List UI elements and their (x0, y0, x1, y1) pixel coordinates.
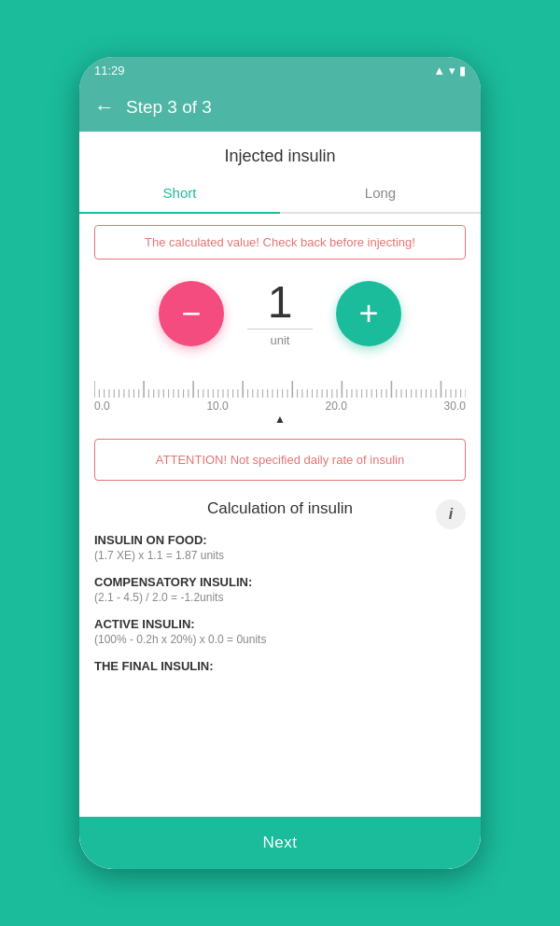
calculation-details: INSULIN ON FOOD: (1.7 XE) x 1.1 = 1.87 u… (79, 533, 481, 694)
slider-section: // Generate tick marks inline via a plac… (79, 357, 481, 429)
page-step-title: Step 3 of 3 (126, 97, 212, 118)
calc-row-active: ACTIVE INSULIN: (100% - 0.2h x 20%) x 0.… (94, 617, 466, 646)
increment-button[interactable]: + (336, 281, 401, 346)
slider-ticks-graphic (94, 377, 466, 398)
calculation-title: Calculation of insulin (94, 499, 466, 518)
slider-ticks-svg: // ticks via SVG lines (94, 357, 466, 377)
info-button[interactable]: i (436, 499, 466, 529)
tick-marks-row: // Generate tick marks inline via a plac… (94, 357, 466, 377)
counter-value-section: 1 unit (243, 280, 317, 347)
slider-visual[interactable]: // Generate tick marks inline via a plac… (94, 357, 466, 426)
back-button[interactable]: ← (94, 95, 115, 119)
battery-icon: ▮ (459, 63, 466, 77)
counter-underline (247, 329, 313, 330)
status-icons: ▲ ▾ ▮ (433, 63, 466, 77)
calc-row-final: THE FINAL INSULIN: (94, 659, 466, 673)
status-bar: 11:29 ▲ ▾ ▮ (79, 57, 481, 83)
signal-icon: ▲ (433, 63, 445, 77)
calculation-section: Calculation of insulin i (79, 490, 481, 533)
counter-section: − 1 unit + (79, 271, 481, 357)
counter-value: 1 (268, 280, 293, 325)
top-bar: ← Step 3 of 3 (79, 83, 481, 132)
tab-short[interactable]: Short (79, 174, 280, 212)
content-area: Injected insulin Short Long The calculat… (79, 132, 481, 869)
attention-box: ATTENTION! Not specified daily rate of i… (94, 439, 466, 481)
decrement-button[interactable]: − (159, 281, 224, 346)
tab-long[interactable]: Long (280, 174, 481, 212)
calc-row-compensatory: COMPENSATORY INSULIN: (2.1 - 4.5) / 2.0 … (94, 575, 466, 604)
calc-row-food: INSULIN ON FOOD: (1.7 XE) x 1.1 = 1.87 u… (94, 533, 466, 562)
slider-arrow: ▲ (94, 413, 466, 426)
page-title: Injected insulin (79, 132, 481, 174)
wifi-icon: ▾ (449, 63, 455, 77)
counter-unit: unit (271, 333, 290, 347)
phone-frame: 11:29 ▲ ▾ ▮ ← Step 3 of 3 Injected insul… (79, 57, 481, 869)
warning-box: The calculated value! Check back before … (94, 225, 466, 260)
time-display: 11:29 (94, 63, 125, 77)
next-button[interactable]: Next (79, 817, 481, 869)
tabs-container: Short Long (79, 174, 481, 214)
